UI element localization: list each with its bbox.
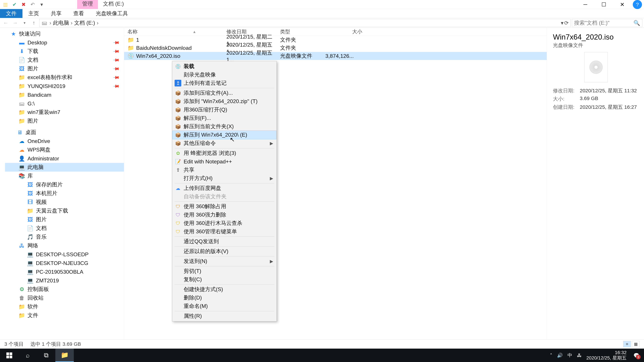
chevron-right-icon[interactable]: › [70,20,73,26]
tree-library[interactable]: 📚库 [5,172,124,180]
nav-recent-dropdown[interactable]: ▾ [20,19,28,27]
ctx-add-zip[interactable]: 📦添加到 "Win7x64_2020.zip" (T) [172,97,276,106]
nav-back[interactable]: ← [2,19,10,27]
tree-music[interactable]: 🎵音乐 [5,233,124,241]
tree-pictures2[interactable]: 📁图片 [5,117,124,125]
qat-close-icon[interactable]: ✖ [20,1,27,7]
tree-net3[interactable]: 💻PC-20190530OBLA [5,268,124,276]
file-row[interactable]: 📁1 2020/12/15, 星期二 1... 文件夹 [124,36,547,44]
tree-admin[interactable]: 👤Administrator [5,154,124,163]
file-row[interactable]: 📁BaiduNetdiskDownload 2020/12/25, 星期五 1.… [124,44,547,52]
col-name[interactable]: 名称▲ [128,28,226,35]
tree-desktop2[interactable]: 🖥桌面 [5,128,124,137]
maximize-button[interactable]: ☐ [594,0,613,9]
ctx-create-shortcut[interactable]: 创建快捷方式(S) [172,285,276,294]
search-icon[interactable]: 🔍 [634,20,640,26]
tree-net2[interactable]: 💻DESKTOP-NJEU3CG [5,259,124,268]
tree-gdrive[interactable]: 🖴G:\ [5,99,124,108]
ctx-restore-previous[interactable]: 还原以前的版本(V) [172,247,276,256]
ribbon-disctools[interactable]: 光盘映像工具 [90,9,134,18]
ctx-open-with[interactable]: 打开方式(H)▶ [172,174,276,183]
contextual-tab-manage[interactable]: 管理 [77,0,98,9]
breadcrumb-drive[interactable]: 文档 (E:) [74,19,95,27]
ribbon-home[interactable]: 主页 [22,9,45,18]
ctx-mount[interactable]: 💿装载 [172,62,276,70]
qat-undo-icon[interactable]: ↶ [29,1,36,7]
tree-excel[interactable]: 📁excel表格制作求和📌 [5,73,124,82]
file-row-selected[interactable]: 💿Win7x64_2020.iso 2020/12/25, 星期五 1... 光… [124,52,547,60]
tray-network-icon[interactable]: 🖧 [577,353,582,358]
tree-controlpanel[interactable]: ⚙控制面板 [5,285,124,294]
action-center-button[interactable]: 💬3 [631,350,641,360]
ribbon-share[interactable]: 共享 [45,9,68,18]
help-button[interactable]: ? [633,0,642,9]
view-details-button[interactable]: ≡ [623,341,631,347]
tree-wps[interactable]: ☁WPS网盘 [5,145,124,154]
tree-pictures[interactable]: 🖼图片📌 [5,64,124,73]
ribbon-file[interactable]: 文件 [0,9,22,18]
address-bar[interactable]: 🖴 › 此电脑 › 文档 (E:) › ▾ ⟳ [39,19,570,27]
chevron-right-icon[interactable]: › [49,20,52,26]
col-size[interactable]: 大小 [325,28,362,35]
nav-up[interactable]: ↑ [30,19,38,27]
start-button[interactable] [0,349,18,362]
ctx-360-unlock[interactable]: 🛡使用 360解除占用 [172,202,276,211]
ctx-notepadpp[interactable]: 📝Edit with Notepad++ [172,157,276,166]
ctx-qq-send[interactable]: 通过QQ发送到 [172,237,276,246]
tree-onedrive[interactable]: ☁OneDrive [5,137,124,145]
taskbar-search[interactable]: ⌕ [18,349,37,362]
tray-ime[interactable]: 中 [568,352,572,359]
ctx-delete[interactable]: 删除(D) [172,294,276,302]
view-icons-button[interactable]: ▦ [632,341,640,347]
ctx-youdao[interactable]: ↥上传到有道云笔记 [172,79,276,87]
ctx-add-archive[interactable]: 📦添加到压缩文件(A)... [172,89,276,97]
tree-desktop[interactable]: ▬Desktop📌 [5,38,124,47]
ctx-360-trojan[interactable]: 🛡使用 360进行木马云查杀 [172,219,276,227]
ribbon-view[interactable]: 查看 [68,9,90,18]
ctx-send-to[interactable]: 发送到(N)▶ [172,257,276,266]
tree-savedpics[interactable]: 🖼保存的图片 [5,180,124,189]
tree-thispc[interactable]: 💻此电脑 [5,163,124,172]
tree-network[interactable]: 🖧网络 [5,241,124,250]
taskbar-clock[interactable]: 16:32 2020/12/25, 星期五 [586,350,626,361]
ctx-copy[interactable]: 复制(C) [172,275,276,284]
qat-save-icon[interactable]: ✔ [11,1,18,7]
col-type[interactable]: 类型 [280,28,325,35]
ctx-rename[interactable]: 重命名(M) [172,302,276,310]
ctx-honey-browser[interactable]: ✿用 蜂蜜浏览器 浏览(3) [172,149,276,157]
address-dropdown-icon[interactable]: ▾ [561,20,564,26]
tray-overflow-icon[interactable]: ˄ [550,353,552,358]
tree-documents[interactable]: 📄文档📌 [5,56,124,64]
ctx-share[interactable]: ⇪共享 [172,166,276,174]
ctx-extract-here[interactable]: 📦解压到当前文件夹(X) [172,122,276,131]
ctx-360-forcedelete[interactable]: 🛡使用 360强力删除 [172,211,276,219]
chevron-right-icon[interactable]: › [96,20,99,26]
ctx-extract-to[interactable]: 📦解压到(F)... [172,114,276,122]
ctx-other-compress[interactable]: 📦其他压缩命令▶ [172,139,276,147]
ctx-burn[interactable]: 刻录光盘映像 [172,70,276,79]
tree-win7[interactable]: 📁win7重装win7 [5,108,124,117]
tree-docs2[interactable]: 📄文档 [5,224,124,233]
tree-tianyi[interactable]: 📁天翼云盘下载 [5,206,124,215]
close-button[interactable]: ✕ [613,0,632,9]
tree-net4[interactable]: 💻ZMT2019 [5,276,124,285]
ctx-baidu-upload[interactable]: ☁上传到百度网盘 [172,184,276,192]
ctx-open-360zip[interactable]: 📦用360压缩打开(Q) [172,106,276,114]
tree-files[interactable]: 📁文件 [5,311,124,320]
ctx-properties[interactable]: 属性(R) [172,312,276,320]
taskbar-explorer[interactable]: 📁 [55,349,74,362]
tree-videos[interactable]: 🎞视频 [5,198,124,206]
tray-volume-icon[interactable]: 🔊 [557,353,563,358]
tree-pictures3[interactable]: 🖼图片 [5,215,124,224]
ctx-cut[interactable]: 剪切(T) [172,267,276,275]
ctx-extract-folder[interactable]: 📦解压到 Win7x64_2020\ (E) [172,131,276,139]
tree-software[interactable]: 📁软件 [5,302,124,311]
breadcrumb-thispc[interactable]: 此电脑 [53,19,69,27]
ctx-360-menu[interactable]: 🛡使用 360管理右键菜单 [172,227,276,236]
tree-bandicam[interactable]: 📁Bandicam [5,90,124,99]
minimize-button[interactable]: ─ [576,0,594,9]
qat-dropdown-icon[interactable]: ▾ [38,1,45,7]
refresh-icon[interactable]: ⟳ [564,20,569,26]
taskbar-taskview[interactable]: ⧉ [37,349,55,362]
tree-quick-access[interactable]: ★快速访问 [5,29,124,38]
